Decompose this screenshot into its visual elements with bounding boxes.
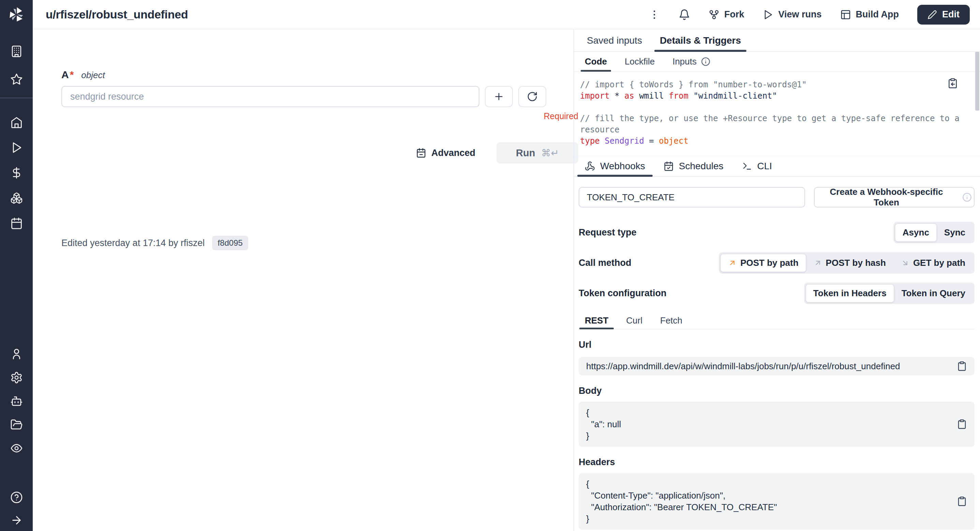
code-tab-bar: Code Lockfile Inputs — [574, 52, 980, 72]
git-fork-icon — [709, 9, 719, 20]
content: A * object — [33, 29, 980, 531]
clipboard-icon — [957, 419, 967, 429]
request-type-sync[interactable]: Sync — [937, 223, 973, 242]
token-in-query-label: Token in Query — [902, 288, 965, 298]
sidebar-item-workspace[interactable] — [10, 45, 23, 58]
token-in-query[interactable]: Token in Query — [894, 284, 973, 302]
sidebar-item-collapse[interactable] — [10, 513, 23, 527]
call-method-get-by-path[interactable]: GET by path — [893, 254, 973, 272]
token-in-headers[interactable]: Token in Headers — [806, 284, 894, 302]
token-input[interactable] — [579, 187, 805, 207]
page-title: u/rfiszel/robust_undefined — [46, 8, 188, 21]
resource-input-row — [61, 86, 578, 107]
required-marker: * — [70, 69, 74, 81]
tab-webhooks[interactable]: Webhooks — [577, 156, 653, 177]
call-method-post-by-path[interactable]: POST by path — [721, 254, 806, 272]
main-area: u/rfiszel/robust_undefined Fork — [33, 0, 980, 531]
add-resource-button[interactable] — [485, 86, 513, 107]
view-runs-button[interactable]: View runs — [762, 9, 821, 20]
webhook-icon — [585, 161, 595, 171]
required-hint: Required — [61, 111, 578, 121]
play-outline-icon — [762, 9, 773, 20]
sidebar-workspace-group — [10, 45, 23, 86]
sidebar-item-favorites[interactable] — [10, 72, 23, 86]
sidebar — [0, 0, 33, 531]
headers-label: Headers — [579, 457, 975, 467]
build-app-button-label: Build App — [856, 9, 899, 20]
url-box: https://app.windmill.dev/api/w/windmill-… — [579, 357, 975, 375]
advanced-button[interactable]: Advanced — [416, 148, 475, 158]
windmill-logo[interactable] — [6, 5, 26, 25]
fork-button[interactable]: Fork — [709, 9, 745, 20]
robot-icon — [10, 395, 23, 407]
sidebar-item-user[interactable] — [10, 347, 23, 361]
tab-schedules[interactable]: Schedules — [656, 156, 731, 177]
refresh-button[interactable] — [518, 86, 546, 107]
tab-cli[interactable]: CLI — [735, 156, 780, 177]
request-type-row: Request type Async Sync — [579, 222, 975, 243]
tab-inputs[interactable]: Inputs — [666, 52, 716, 71]
create-webhook-token-button[interactable]: Create a Webhook-specific Token — [814, 187, 975, 207]
tab-saved-inputs-label: Saved inputs — [587, 35, 642, 46]
sidebar-item-resources[interactable] — [10, 191, 23, 205]
sidebar-item-folders[interactable] — [10, 418, 23, 431]
field-name: A — [61, 69, 69, 81]
tab-rest[interactable]: REST — [579, 312, 614, 329]
version-hash-badge[interactable]: f8d095 — [212, 236, 248, 250]
tab-fetch[interactable]: Fetch — [655, 312, 688, 329]
scrollbar-thumb[interactable] — [975, 52, 979, 110]
request-type-async[interactable]: Async — [895, 223, 937, 242]
notifications-button[interactable] — [679, 9, 690, 21]
copy-body-button[interactable] — [957, 419, 967, 429]
sidebar-item-home[interactable] — [10, 115, 23, 129]
sidebar-item-audit[interactable] — [10, 441, 23, 455]
pencil-icon — [928, 10, 937, 19]
copy-url-button[interactable] — [957, 361, 967, 371]
sidebar-item-help[interactable] — [10, 490, 23, 504]
run-button[interactable]: Run ⌘ ↵ — [496, 142, 578, 163]
tab-fetch-label: Fetch — [660, 315, 682, 326]
tab-code[interactable]: Code — [579, 52, 613, 71]
code-viewer[interactable]: // import { toWords } from "number-to-wo… — [574, 72, 980, 156]
arrow-down-right-icon — [901, 259, 909, 267]
field-label: A * object — [61, 69, 574, 81]
run-actions-row: Advanced Run ⌘ ↵ — [61, 142, 578, 163]
copy-headers-button[interactable] — [957, 496, 967, 506]
copy-code-button[interactable] — [947, 78, 958, 89]
sidebar-admin-group — [10, 347, 23, 455]
body-label: Body — [579, 386, 975, 396]
trigger-tab-bar: Webhooks Schedules CLI — [574, 156, 980, 177]
plus-icon — [493, 91, 504, 102]
refresh-icon — [527, 91, 538, 102]
call-method-row: Call method POST by path — [579, 252, 975, 274]
edited-row: Edited yesterday at 17:14 by rfiszel f8d… — [61, 236, 574, 250]
webhook-settings: Create a Webhook-specific Token Request … — [574, 177, 980, 529]
help-circle-icon — [10, 491, 23, 504]
sidebar-item-schedules[interactable] — [10, 216, 23, 230]
calendar-check-icon — [663, 161, 674, 171]
tab-details-triggers[interactable]: Details & Triggers — [651, 29, 750, 51]
terminal-icon — [742, 161, 752, 171]
tab-curl[interactable]: Curl — [620, 312, 648, 329]
call-method-post-by-hash[interactable]: POST by hash — [806, 254, 893, 272]
sidebar-item-settings[interactable] — [10, 371, 23, 384]
sidebar-item-variables[interactable] — [10, 166, 23, 180]
resource-input[interactable] — [61, 86, 479, 107]
sidebar-item-runs[interactable] — [10, 140, 23, 154]
tab-code-label: Code — [585, 56, 607, 67]
gear-icon — [10, 371, 23, 384]
call-method-post-by-path-label: POST by path — [740, 258, 798, 268]
token-row: Create a Webhook-specific Token — [579, 187, 975, 207]
sidebar-divider — [0, 97, 33, 98]
clipboard-icon — [957, 361, 967, 371]
more-menu-button[interactable] — [649, 9, 660, 21]
sidebar-bottom-group — [10, 490, 23, 527]
call-method-post-by-hash-label: POST by hash — [826, 258, 886, 268]
tab-saved-inputs[interactable]: Saved inputs — [578, 29, 651, 51]
tab-rest-label: REST — [585, 315, 608, 326]
tab-lockfile[interactable]: Lockfile — [619, 52, 661, 71]
edit-button[interactable]: Edit — [917, 5, 970, 25]
sidebar-item-workers[interactable] — [10, 394, 23, 408]
build-app-button[interactable]: Build App — [840, 9, 899, 20]
arrow-up-right-icon — [814, 259, 822, 267]
